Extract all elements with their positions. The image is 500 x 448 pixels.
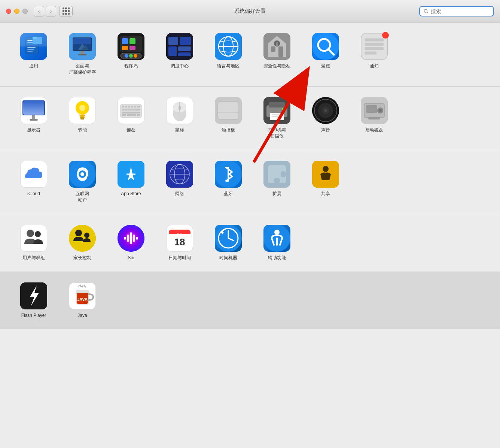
icon-item-trackpad[interactable]: 触控板	[206, 94, 251, 136]
icon-item-mouse[interactable]: 鼠标	[157, 94, 202, 136]
svg-rect-64	[122, 106, 124, 108]
parental-icon-svg	[69, 225, 96, 252]
svg-line-1	[427, 12, 428, 13]
icon-label-printer: 打印机与扫描仪	[268, 127, 286, 140]
icon-item-internet-accounts[interactable]: 互联网帐户	[60, 158, 105, 206]
icon-label-security: 安全性与隐私	[263, 63, 290, 69]
window-title: 系统偏好设置	[234, 8, 266, 15]
svg-rect-22	[129, 38, 135, 44]
section-system: 用户与群组	[0, 214, 500, 272]
icon-item-desktop[interactable]: 桌面与屏幕保护程序	[60, 30, 105, 79]
svg-point-82	[179, 106, 181, 110]
general-icon-svg	[25, 37, 42, 56]
icon-item-parental[interactable]: 家长控制	[60, 222, 105, 264]
mission-icon-svg	[166, 33, 193, 60]
icon-item-sharing[interactable]: 共享	[303, 158, 348, 200]
printer-icon-svg	[263, 97, 290, 124]
icon-bluetooth-img	[215, 161, 242, 188]
close-button[interactable]	[6, 9, 11, 14]
icon-item-accessibility[interactable]: 辅助功能	[254, 222, 299, 264]
svg-point-92	[282, 108, 284, 110]
icon-item-bluetooth[interactable]: 蓝牙	[206, 158, 251, 200]
svg-rect-131	[130, 232, 132, 244]
icon-item-keyboard[interactable]: 键盘	[109, 94, 153, 136]
accessibility-icon-svg	[263, 225, 290, 252]
icon-general-img	[20, 33, 47, 60]
icon-item-siri[interactable]: Siri	[109, 222, 153, 264]
svg-rect-32	[168, 46, 177, 56]
timemachine-icon-svg	[215, 225, 242, 252]
svg-rect-65	[125, 106, 127, 108]
svg-rect-10	[33, 37, 37, 39]
icon-label-general: 通用	[29, 63, 38, 69]
startup-icon-svg	[361, 97, 388, 124]
icon-label-timemachine: 时间机器	[219, 255, 237, 261]
icon-item-network[interactable]: 网络	[157, 158, 202, 200]
icon-label-icloud: iCloud	[27, 191, 40, 197]
icon-item-notification[interactable]: 通知	[352, 30, 397, 72]
svg-rect-73	[131, 109, 134, 111]
icon-network-img	[166, 161, 193, 188]
icon-parental-img	[69, 225, 96, 252]
titlebar: ‹ › 系统偏好设置	[0, 0, 500, 22]
internet-accounts-icon-svg	[69, 161, 96, 188]
back-button[interactable]: ‹	[34, 6, 44, 16]
svg-rect-78	[137, 114, 140, 116]
icon-item-timemachine[interactable]: 时间机器	[206, 222, 251, 264]
icon-item-datetime[interactable]: JUL 18 日期与时间	[157, 222, 202, 264]
svg-rect-9	[33, 37, 42, 44]
svg-rect-88	[269, 102, 285, 108]
icon-item-general[interactable]: 通用	[11, 30, 56, 72]
svg-point-126	[75, 230, 82, 236]
icon-item-mission[interactable]: 调度中心	[157, 30, 202, 72]
maximize-button[interactable]	[22, 9, 28, 14]
search-input[interactable]	[431, 8, 490, 14]
forward-button[interactable]: ›	[46, 6, 56, 16]
icon-label-flash: Flash Player	[21, 312, 46, 319]
svg-point-62	[79, 105, 85, 111]
icon-item-flash[interactable]: Flash Player	[11, 279, 56, 322]
svg-rect-132	[133, 234, 135, 242]
search-bar[interactable]	[419, 6, 494, 16]
icon-security-img	[263, 33, 290, 60]
svg-rect-42	[278, 46, 283, 57]
svg-rect-74	[134, 109, 140, 111]
svg-rect-45	[312, 33, 339, 60]
nav-buttons: ‹ ›	[34, 6, 56, 16]
energy-icon-svg	[70, 98, 95, 123]
svg-rect-56	[23, 101, 44, 115]
svg-rect-77	[127, 114, 136, 116]
grid-view-button[interactable]	[59, 6, 73, 16]
icon-label-internet-accounts: 互联网帐户	[76, 191, 89, 203]
icon-item-java[interactable]: JAVA Java	[60, 279, 105, 322]
icon-item-language[interactable]: 语言与地区	[206, 30, 251, 72]
minimize-button[interactable]	[14, 9, 19, 14]
svg-rect-44	[276, 42, 278, 47]
icon-label-startup: 启动磁盘	[365, 127, 383, 133]
icon-item-dock[interactable]: 程序坞	[109, 30, 153, 72]
icon-java-img: JAVA	[69, 282, 96, 309]
icloud-icon-svg	[21, 162, 46, 187]
icon-accessibility-img	[263, 225, 290, 252]
icon-item-icloud[interactable]: iCloud	[11, 158, 56, 200]
svg-rect-72	[128, 109, 131, 111]
svg-text:JUL: JUL	[177, 233, 183, 236]
icon-mouse-img	[166, 97, 193, 124]
icon-item-spotlight[interactable]: 聚焦	[303, 30, 348, 72]
icon-item-energy[interactable]: 节能	[60, 94, 105, 136]
icon-item-printer[interactable]: 打印机与扫描仪	[254, 94, 299, 143]
svg-point-26	[125, 54, 128, 58]
svg-rect-21	[122, 38, 128, 44]
extensions-icon-svg	[263, 161, 290, 188]
icon-item-startup[interactable]: 启动磁盘	[352, 94, 397, 136]
icon-item-display[interactable]: 显示器	[11, 94, 56, 136]
notification-badge	[382, 32, 389, 39]
icon-item-security[interactable]: 安全性与隐私	[254, 30, 299, 72]
icon-item-users[interactable]: 用户与群组	[11, 222, 56, 264]
svg-rect-3	[26, 37, 39, 45]
svg-point-28	[134, 54, 137, 58]
users-icon-svg	[21, 226, 46, 251]
icon-item-sound[interactable]: 声音	[303, 94, 348, 136]
icon-item-extensions[interactable]: 扩展	[254, 158, 299, 200]
icon-item-appstore[interactable]: App Store	[109, 158, 153, 200]
